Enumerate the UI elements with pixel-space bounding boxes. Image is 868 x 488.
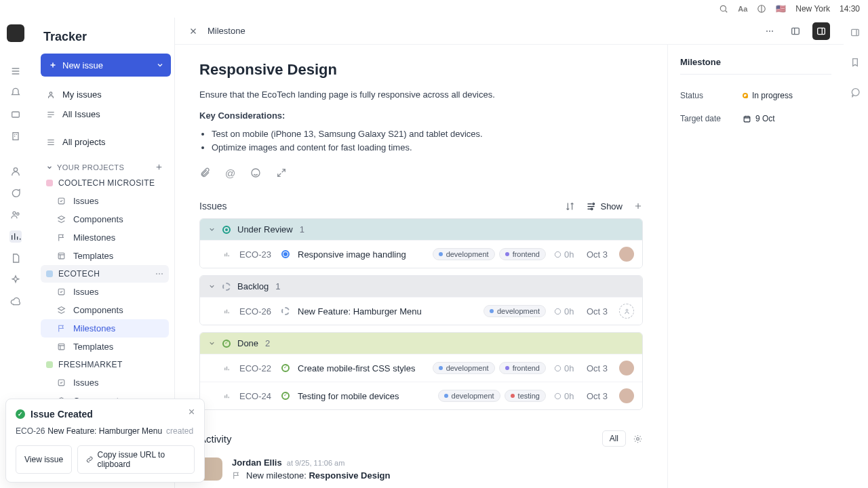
sparkle-icon[interactable] [9, 274, 22, 286]
status-icon [222, 226, 231, 234]
group-header[interactable]: Under Review 1 [200, 219, 642, 240]
sort-icon[interactable] [565, 201, 575, 211]
tracker-icon[interactable] [9, 230, 22, 243]
comment-icon[interactable] [850, 87, 862, 99]
svg-point-22 [555, 251, 560, 257]
sidepanel-icon[interactable] [812, 22, 830, 40]
doc-icon[interactable] [9, 252, 22, 264]
group-header[interactable]: Backlog 1 [200, 276, 642, 297]
svg-point-19 [252, 169, 260, 177]
cloud-icon[interactable] [9, 296, 22, 308]
add-project-icon[interactable] [155, 163, 163, 171]
bookmark-icon[interactable] [850, 57, 862, 69]
project-cooltech-microsite[interactable]: COOLTECH MICROSITE [41, 174, 169, 192]
project-item-templates[interactable]: Templates [41, 338, 169, 356]
attachment-icon[interactable] [199, 167, 210, 179]
tag-development[interactable]: development [484, 305, 546, 317]
project-item-milestones[interactable]: Milestones [41, 319, 169, 338]
font-icon[interactable]: Aa [738, 5, 747, 13]
assignee-avatar[interactable] [619, 361, 634, 375]
project-item-components[interactable]: Components [41, 301, 169, 319]
milestone-description: Ensure that the EcoTech landing page is … [199, 88, 643, 102]
issue-status-icon [281, 250, 290, 258]
project-item-issues[interactable]: Issues [41, 192, 169, 210]
issue-row[interactable]: ECO-23 Responsive image handling develop… [200, 240, 642, 268]
team-icon[interactable] [9, 209, 22, 221]
my-issues-link[interactable]: My issues [41, 85, 169, 104]
close-icon[interactable] [189, 26, 198, 36]
panel-icon[interactable] [850, 27, 862, 39]
project-item-templates[interactable]: Templates [41, 247, 169, 265]
building-icon[interactable] [9, 130, 22, 142]
issue-key: ECO-26 [239, 306, 273, 317]
svg-point-27 [637, 437, 639, 440]
menu-icon[interactable] [9, 65, 22, 77]
issue-row[interactable]: ECO-22 Create mobile-first CSS styles de… [200, 354, 642, 382]
group-status-label: Backlog [237, 281, 269, 291]
person-icon[interactable] [9, 165, 22, 178]
issue-name: Testing for mobile devices [298, 391, 430, 401]
due-date: Oct 3 [587, 306, 611, 317]
add-issue-icon[interactable] [633, 201, 643, 211]
show-button[interactable]: Show [586, 201, 623, 211]
mention-icon[interactable]: @ [225, 167, 235, 179]
project-item-components[interactable]: Components [41, 210, 169, 228]
group-header[interactable]: Done 2 [200, 333, 642, 354]
chevron-down-icon[interactable] [208, 283, 216, 290]
due-date: Oct 3 [587, 249, 611, 260]
assignee-avatar[interactable] [619, 247, 634, 262]
search-icon[interactable] [719, 4, 728, 14]
tag-frontend[interactable]: frontend [499, 362, 546, 374]
right-utility-rail [844, 18, 868, 488]
issue-row[interactable]: ECO-24 Testing for mobile devices develo… [200, 382, 642, 409]
tag-development[interactable]: development [433, 248, 495, 260]
contrast-icon[interactable] [757, 4, 766, 14]
chevron-down-icon[interactable] [208, 340, 216, 347]
expand-icon[interactable] [276, 167, 287, 179]
tag-frontend[interactable]: frontend [499, 248, 546, 260]
issue-name: Responsive image handling [298, 249, 425, 260]
workspace-logo[interactable] [7, 24, 24, 42]
time-label: 14:30 [840, 4, 860, 14]
tag-testing[interactable]: testing [505, 390, 546, 402]
tag-development[interactable]: development [433, 362, 495, 374]
assignee-avatar[interactable] [619, 388, 634, 403]
svg-point-23 [555, 308, 560, 314]
project-item-issues[interactable]: Issues [41, 283, 169, 301]
priority-icon [223, 365, 231, 372]
tag-development[interactable]: development [438, 390, 500, 402]
svg-point-26 [555, 393, 560, 399]
settings-icon[interactable] [633, 434, 643, 444]
view-issue-button[interactable]: View issue [16, 445, 72, 474]
assignee-unassigned-icon[interactable] [619, 304, 634, 319]
project-ecotech[interactable]: ECOTECH⋯ [41, 265, 169, 283]
priority-icon [223, 392, 231, 400]
project-item-milestones[interactable]: Milestones [41, 228, 169, 247]
target-date-row[interactable]: Target date 9 Oct [680, 107, 831, 130]
issue-row[interactable]: ECO-26 New Feature: Hamburger Menu devel… [200, 297, 642, 325]
activity-filter-all[interactable]: All [602, 430, 626, 447]
layout-icon[interactable] [787, 22, 804, 40]
chevron-down-icon[interactable] [156, 61, 164, 69]
inbox-icon[interactable] [9, 108, 22, 121]
issue-key: ECO-24 [239, 391, 273, 401]
more-icon[interactable]: ⋯ [155, 269, 163, 279]
app-title: Tracker [43, 30, 169, 44]
emoji-icon[interactable] [250, 167, 261, 179]
issue-key: ECO-22 [239, 363, 273, 373]
project-freshmarket[interactable]: FRESHMARKET [41, 356, 169, 373]
new-issue-button[interactable]: New issue [41, 54, 171, 77]
all-issues-link[interactable]: All Issues [41, 104, 169, 124]
project-item-issues[interactable]: Issues [41, 373, 169, 392]
issue-status-icon [281, 392, 290, 400]
all-projects-link[interactable]: All projects [41, 132, 169, 152]
copy-url-button[interactable]: Copy issue URL to clipboard [77, 445, 195, 474]
your-projects-header: YOUR PROJECTS [41, 160, 169, 174]
chevron-down-icon[interactable] [208, 226, 216, 233]
status-row[interactable]: Status In progress [680, 84, 831, 107]
more-icon[interactable] [761, 22, 778, 40]
issue-group-done: Done 2 ECO-22 Create mobile-first CSS st… [199, 332, 643, 410]
close-toast-icon[interactable] [187, 407, 196, 416]
chat-icon[interactable] [9, 187, 22, 199]
bell-icon[interactable] [9, 87, 22, 99]
